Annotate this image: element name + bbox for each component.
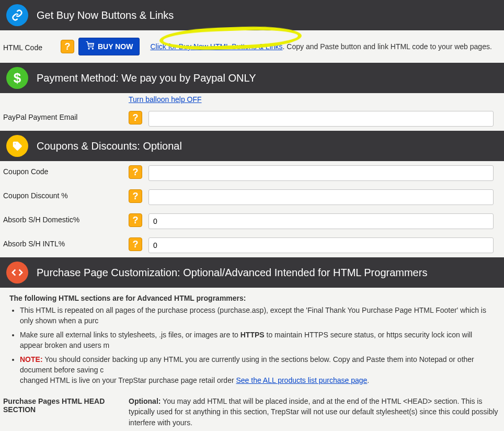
code-icon [6, 262, 28, 283]
head-section-desc: Optional: You may add HTML that will be … [129, 396, 504, 428]
intro-text: The following HTML sections are for Adva… [9, 294, 495, 302]
svg-point-1 [92, 48, 93, 49]
buy-now-button[interactable]: BUY NOW [78, 38, 140, 55]
section-header-purchase: Purchase Page Customization: Optional/Ad… [0, 257, 504, 288]
absorb-domestic-input[interactable] [148, 213, 494, 229]
cart-icon [85, 41, 95, 52]
absorb-domestic-row: Absorb S/H Domestic% ? [0, 209, 504, 233]
balloon-help-link[interactable]: Turn balloon help OFF [129, 95, 202, 104]
help-icon[interactable]: ? [129, 165, 142, 179]
paypal-email-input[interactable] [148, 111, 494, 127]
coupon-code-row: Coupon Code ? [0, 161, 504, 185]
tag-icon [6, 135, 28, 157]
dollar-icon: $ [6, 67, 28, 89]
coupon-discount-row: Coupon Discount % ? [0, 185, 504, 209]
bullet-3: NOTE: You should consider backing up any… [20, 355, 495, 385]
buynow-desc: Click for Buy Now HTML Buttons & Links. … [150, 41, 491, 52]
html-code-label: HTML Code [3, 41, 61, 52]
section-title: Get Buy Now Buttons & Links [37, 9, 174, 21]
absorb-intl-row: Absorb S/H INTL% ? [0, 233, 504, 257]
absorb-domestic-label: Absorb S/H Domestic% [3, 213, 129, 224]
buy-now-label: BUY NOW [98, 42, 133, 51]
advanced-intro: The following HTML sections are for Adva… [0, 288, 504, 393]
coupon-code-input[interactable] [148, 165, 494, 181]
section-title: Coupons & Discounts: Optional [37, 140, 182, 152]
help-icon[interactable]: ? [129, 237, 142, 251]
buynow-link[interactable]: Click for Buy Now HTML Buttons & Links [150, 42, 282, 51]
buynow-row: HTML Code ? BUY NOW Click for Buy Now HT… [0, 30, 504, 63]
bullet-1: This HTML is repeated on all pages of th… [20, 305, 495, 326]
help-icon[interactable]: ? [61, 40, 74, 53]
bullet-2: Make sure all external links to styleshe… [20, 330, 495, 350]
buynow-after: . Copy and Paste button and link HTML co… [283, 42, 492, 51]
section-header-payment: $ Payment Method: We pay you by Paypal O… [0, 63, 504, 93]
head-section-row: Purchase Pages HTML HEAD SECTION Optiona… [0, 393, 504, 431]
absorb-intl-input[interactable] [148, 237, 494, 253]
section-header-buynow: Get Buy Now Buttons & Links [0, 0, 504, 30]
help-icon[interactable]: ? [129, 213, 142, 227]
paypal-label: PayPal Payment Email [3, 111, 129, 121]
head-section-label: Purchase Pages HTML HEAD SECTION [3, 396, 129, 414]
section-title: Purchase Page Customization: Optional/Ad… [37, 267, 427, 279]
coupon-discount-label: Coupon Discount % [3, 189, 129, 200]
all-products-link[interactable]: See the ALL products list purchase page [236, 376, 367, 384]
coupon-code-label: Coupon Code [3, 165, 129, 176]
help-icon[interactable]: ? [129, 111, 142, 124]
coupon-discount-input[interactable] [148, 189, 494, 205]
link-icon [6, 4, 28, 26]
svg-point-0 [88, 48, 89, 49]
section-title: Payment Method: We pay you by Paypal ONL… [37, 72, 256, 84]
help-icon[interactable]: ? [129, 189, 142, 203]
section-header-coupons: Coupons & Discounts: Optional [0, 131, 504, 161]
paypal-row: PayPal Payment Email ? [0, 107, 504, 131]
balloon-row: Turn balloon help OFF [0, 93, 504, 107]
absorb-intl-label: Absorb S/H INTL% [3, 237, 129, 248]
